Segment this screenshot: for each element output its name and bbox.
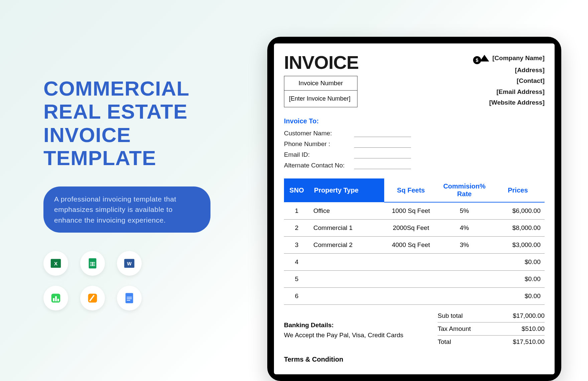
table-row: 6$0.00 [284, 288, 545, 305]
company-email: [Email Address] [472, 87, 545, 97]
svg-text:X: X [54, 261, 57, 266]
field-input[interactable] [354, 141, 411, 148]
tax-value: $510.00 [522, 325, 545, 333]
table-row: 5$0.00 [284, 271, 545, 288]
table-row: 3Commercial 24000 Sq Feet3%$3,000.00 [284, 237, 545, 254]
title-line: REAL ESTATE [43, 100, 231, 123]
total-label: Total [438, 338, 451, 346]
th-property-type: Property Type [309, 178, 384, 202]
page-title: COMMERCIAL REAL ESTATE INVOICE TEMPLATE [43, 77, 231, 170]
app-icon-grid: X W [43, 251, 231, 310]
field-customer-name: Customer Name: [284, 130, 545, 137]
field-input[interactable] [354, 130, 411, 137]
svg-text:$: $ [476, 57, 478, 63]
table-row: 2Commercial 12000Sq Feet4%$8,000.00 [284, 220, 545, 237]
company-address: [Address] [472, 65, 545, 76]
svg-rect-6 [92, 262, 93, 266]
invoice-header: INVOICE Invoice Number [Enter Invoice Nu… [284, 51, 545, 108]
description-pill: A professional invoicing template that e… [43, 186, 210, 233]
subtotal-row: Sub total $17,000.00 [438, 309, 545, 323]
invoice-document: INVOICE Invoice Number [Enter Invoice Nu… [274, 43, 555, 374]
totals-table: Sub total $17,000.00 Tax Amount $510.00 … [438, 309, 545, 348]
banking-details: Banking Details: We Accept the Pay Pal, … [284, 309, 403, 348]
sheets-icon[interactable] [80, 251, 105, 276]
field-input[interactable] [354, 162, 411, 169]
invoice-to-label: Invoice To: [284, 117, 545, 125]
svg-rect-16 [127, 298, 132, 299]
invoice-number-input[interactable]: [Enter Invoice Number] [284, 91, 357, 107]
docs-icon[interactable] [117, 286, 142, 310]
totals-section: Banking Details: We Accept the Pay Pal, … [284, 309, 545, 348]
terms-heading: Terms & Condition [284, 356, 545, 363]
excel-icon[interactable]: X [43, 251, 68, 276]
table-row: 4$0.00 [284, 254, 545, 271]
field-phone: Phone Number : [284, 140, 545, 148]
th-sno: SNO [284, 178, 309, 202]
invoice-heading: INVOICE [284, 51, 358, 73]
svg-rect-11 [55, 296, 57, 301]
field-label: Alternate Contact No: [284, 162, 354, 169]
field-alt-contact: Alternate Contact No: [284, 162, 545, 169]
field-label: Customer Name: [284, 130, 354, 137]
svg-rect-12 [57, 299, 59, 301]
company-logo-icon: $ [472, 51, 489, 65]
pages-icon[interactable] [80, 286, 105, 310]
field-label: Phone Number : [284, 140, 354, 148]
th-commission: Commision% Rate [438, 178, 491, 202]
numbers-icon[interactable] [43, 286, 68, 310]
th-sqfeets: Sq Feets [384, 178, 438, 202]
table-row: 1Office1000 Sq Feet5%$6,000.00 [284, 202, 545, 220]
svg-rect-17 [127, 300, 130, 301]
line-items-table: SNO Property Type Sq Feets Commision% Ra… [284, 178, 545, 305]
total-row: Total $17,510.00 [438, 336, 545, 348]
table-body: 1Office1000 Sq Feet5%$6,000.00 2Commerci… [284, 202, 545, 305]
tax-row: Tax Amount $510.00 [438, 323, 545, 336]
invoice-number-box: Invoice Number [Enter Invoice Number] [284, 76, 357, 107]
svg-text:W: W [127, 261, 132, 266]
company-name: [Company Name] [492, 53, 545, 64]
title-line: TEMPLATE [43, 146, 231, 169]
title-line: COMMERCIAL [43, 77, 231, 100]
word-icon[interactable]: W [117, 251, 142, 276]
subtotal-label: Sub total [438, 312, 463, 320]
company-contact: [Contact] [472, 76, 545, 86]
left-panel: COMMERCIAL REAL ESTATE INVOICE TEMPLATE … [43, 77, 231, 310]
svg-rect-15 [127, 297, 132, 297]
field-email: Email ID: [284, 151, 545, 158]
total-value: $17,510.00 [513, 338, 545, 346]
title-line: INVOICE [43, 123, 231, 146]
invoice-number-label: Invoice Number [284, 76, 357, 91]
svg-rect-14 [126, 293, 133, 303]
tax-label: Tax Amount [438, 325, 471, 333]
invoice-to-section: Invoice To: Customer Name: Phone Number … [284, 117, 545, 169]
field-label: Email ID: [284, 151, 354, 158]
company-website: [Website Address] [472, 97, 545, 108]
subtotal-value: $17,000.00 [513, 312, 545, 320]
banking-text: We Accept the Pay Pal, Visa, Credit Card… [284, 332, 403, 339]
banking-title: Banking Details: [284, 322, 403, 329]
svg-rect-10 [53, 298, 54, 301]
field-input[interactable] [354, 152, 411, 158]
company-block: $ [Company Name] [Address] [Contact] [Em… [472, 51, 545, 108]
th-prices: Prices [491, 178, 545, 202]
tablet-frame: INVOICE Invoice Number [Enter Invoice Nu… [267, 37, 561, 381]
